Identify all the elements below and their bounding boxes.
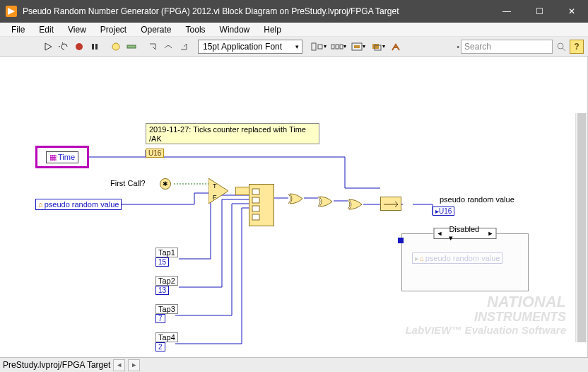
search-input[interactable]: Search — [461, 40, 553, 54]
run-button[interactable] — [41, 40, 55, 54]
reorder-button[interactable]: ▾ — [369, 40, 387, 54]
step-out-button[interactable] — [177, 40, 191, 54]
svg-point-16 — [558, 43, 563, 49]
comment-box[interactable]: 2019-11-27: Ticks counter replaced with … — [146, 123, 319, 144]
distribute-button[interactable]: ▾ — [329, 40, 348, 54]
window-title: Pseudo Random Number Generator (FPGA) 20… — [23, 6, 490, 16]
svg-point-2 — [76, 43, 83, 50]
local-var-write-label: pseudo random value — [425, 254, 500, 262]
svg-rect-9 — [331, 45, 334, 49]
menu-tools[interactable]: Tools — [179, 23, 213, 36]
waveform-icon: ▦ — [49, 153, 57, 162]
case-selector[interactable]: ◄ Disabled ▾ ► — [434, 228, 497, 239]
step-over-button[interactable] — [161, 40, 175, 54]
block-diagram-canvas[interactable]: ▦Time U16 2019-11-27: Ticks counter repl… — [0, 57, 588, 357]
time-label: Time — [58, 153, 75, 161]
house-icon: ⌂ — [419, 254, 424, 262]
highlight-exec-button[interactable] — [109, 40, 123, 54]
menu-project[interactable]: Project — [93, 23, 134, 36]
svg-rect-3 — [92, 44, 94, 50]
diagram-disable-structure[interactable]: ◄ Disabled ▾ ► ▸ ⌂ pseudo random value — [401, 233, 529, 291]
svg-text:T: T — [213, 182, 217, 190]
svg-rect-8 — [318, 45, 322, 49]
menu-view[interactable]: View — [61, 23, 93, 36]
tap2-value[interactable]: 13 — [155, 286, 169, 295]
svg-rect-10 — [336, 45, 339, 49]
xor-gate-1[interactable] — [288, 192, 304, 205]
status-path: PreStudy.lvproj/FPGA Target — [3, 360, 110, 370]
help-button[interactable]: ? — [570, 40, 584, 54]
svg-rect-14 — [372, 44, 379, 49]
cleanup-button[interactable] — [389, 40, 403, 54]
svg-rect-13 — [354, 45, 360, 48]
run-continuous-button[interactable] — [57, 40, 71, 54]
svg-rect-22 — [252, 197, 259, 203]
titlebar: Pseudo Random Number Generator (FPGA) 20… — [0, 0, 588, 23]
align-button[interactable]: ▾ — [310, 40, 328, 54]
build-array-node[interactable] — [235, 187, 249, 195]
tap2-label: Tap2 — [155, 276, 178, 286]
svg-line-17 — [563, 48, 565, 51]
svg-rect-21 — [252, 189, 259, 194]
select-node[interactable]: TF — [208, 178, 230, 206]
search-button[interactable] — [554, 40, 568, 54]
xor-gate-3[interactable] — [348, 198, 363, 211]
menubar: File Edit View Project Operate Tools Win… — [0, 23, 588, 37]
svg-marker-18 — [208, 178, 228, 204]
index-array-node[interactable] — [249, 184, 274, 226]
output-label: pseudo random value — [440, 195, 514, 204]
case-next-icon[interactable]: ► — [486, 230, 496, 237]
maximize-button[interactable]: ☐ — [523, 0, 555, 23]
rotate-shift-node[interactable] — [380, 197, 401, 211]
toolbar: 15pt Application Font ▾ ▾ ▾ ▾ • Search ? — [0, 37, 588, 57]
menu-edit[interactable]: Edit — [32, 23, 61, 36]
tap3-label: Tap3 — [155, 304, 178, 314]
svg-point-5 — [112, 43, 119, 50]
first-call-node[interactable]: ✱ — [160, 178, 171, 190]
tap1-value[interactable]: 15 — [155, 257, 169, 267]
svg-rect-7 — [312, 43, 316, 50]
menu-operate[interactable]: Operate — [134, 23, 178, 36]
svg-rect-4 — [95, 44, 98, 50]
resize-button[interactable]: ▾ — [349, 40, 368, 54]
svg-rect-24 — [252, 214, 259, 220]
close-button[interactable]: ✕ — [555, 0, 588, 23]
scroll-right-button[interactable]: ► — [128, 359, 140, 371]
svg-text:F: F — [213, 194, 217, 201]
svg-rect-11 — [340, 45, 343, 49]
house-icon: ⌂ — [38, 200, 43, 209]
pause-button[interactable] — [88, 40, 102, 54]
svg-marker-0 — [8, 8, 15, 15]
vertical-scrollbar[interactable] — [575, 113, 587, 342]
first-call-label: First Call? — [110, 179, 146, 187]
menu-file[interactable]: File — [4, 23, 32, 36]
retain-wire-button[interactable] — [124, 40, 139, 54]
case-prev-icon[interactable]: ◄ — [435, 230, 445, 237]
case-label: Disabled ▾ — [445, 225, 485, 243]
minimize-button[interactable]: — — [490, 0, 523, 23]
abort-button[interactable] — [72, 40, 86, 54]
local-var-read[interactable]: ⌂ pseudo random value — [35, 199, 122, 210]
menu-window[interactable]: Window — [213, 23, 257, 36]
scroll-left-button[interactable]: ◄ — [113, 359, 125, 371]
app-icon — [6, 6, 17, 17]
output-indicator[interactable]: ▸U16 — [433, 207, 454, 216]
local-var-write-disabled: ▸ ⌂ pseudo random value — [412, 252, 502, 264]
case-tunnel — [398, 238, 404, 243]
svg-rect-6 — [127, 45, 136, 48]
tap3-value[interactable]: 7 — [155, 314, 165, 323]
time-type-coerce: U16 — [146, 149, 164, 158]
step-into-button[interactable] — [146, 40, 160, 54]
tap1-label: Tap1 — [155, 248, 178, 257]
svg-rect-23 — [252, 206, 259, 211]
time-control-node[interactable]: ▦Time — [35, 146, 89, 168]
statusbar: PreStudy.lvproj/FPGA Target ◄ ► — [0, 357, 588, 372]
font-selector[interactable]: 15pt Application Font — [198, 40, 302, 54]
tap4-label: Tap4 — [155, 332, 178, 342]
local-var-read-label: pseudo random value — [45, 200, 119, 209]
xor-gate-2[interactable] — [318, 195, 334, 208]
watermark: NATIONAL INSTRUMENTS LabVIEW™ Evaluation… — [405, 293, 566, 336]
svg-marker-1 — [45, 43, 52, 50]
menu-help[interactable]: Help — [257, 23, 288, 36]
tap4-value[interactable]: 2 — [155, 342, 165, 351]
